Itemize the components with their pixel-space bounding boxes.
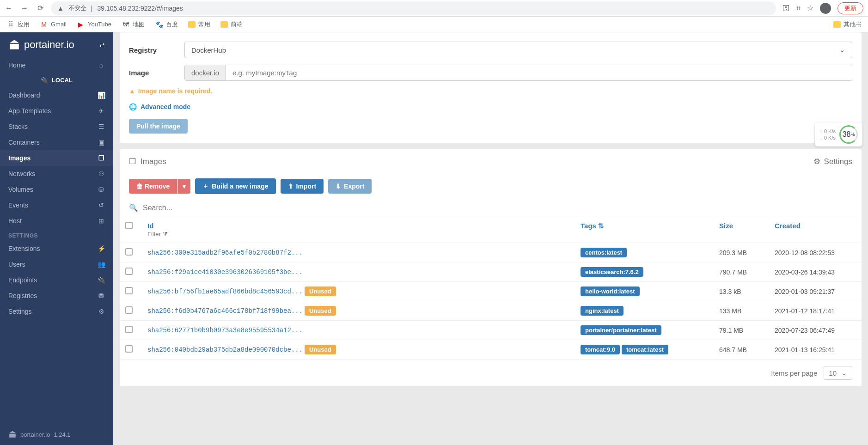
items-per-page-label: Items per page [771,369,817,377]
pull-image-button[interactable]: Pull the image [129,119,188,134]
tag-badge[interactable]: tomcat:latest [622,345,668,354]
sidebar-item-extensions[interactable]: Extensions⚡ [0,241,113,256]
tag-badge[interactable]: nginx:latest [581,306,623,316]
bookmark-apps[interactable]: ⠿应用 [6,20,30,29]
sidebar-item-dashboard[interactable]: Dashboard📊 [0,87,113,103]
select-all-checkbox[interactable] [125,222,133,229]
globe-icon: 🌐 [129,103,137,110]
reload-button[interactable]: ⟳ [36,4,44,12]
cpu-percent-circle: 38% [839,125,858,144]
sidebar-item-users[interactable]: Users👥 [0,256,113,272]
table-settings-button[interactable]: ⚙ Settings [813,157,852,166]
image-id-link[interactable]: sha256:040bdb29ab375db2a8de090070dcbe... [147,346,303,354]
upload-icon: ⬆ [288,183,293,190]
sidebar-footer: portainer.io 1.24.1 [0,424,113,445]
th-icon: ⊞ [98,217,105,225]
back-button[interactable]: ← [5,4,13,12]
column-size[interactable]: Size [714,217,769,243]
sidebar-item-networks[interactable]: Networks⚇ [0,166,113,182]
rocket-icon: ✈ [98,107,105,115]
translate-icon[interactable]: ⌗ [796,4,801,12]
list-icon: ☰ [98,123,105,130]
bookmark-maps[interactable]: 🗺地图 [122,20,145,29]
bookmark-youtube[interactable]: ▶YouTube [77,20,111,29]
image-prefix: docker.io [185,65,226,80]
image-label: Image [129,69,184,77]
unused-badge: Unused [305,306,336,316]
image-id-link[interactable]: sha256:300e315adb2f96afe5f0b2780b87f2... [147,249,303,256]
bookmark-other[interactable]: 其他书 [833,20,862,29]
image-id-link[interactable]: sha256:f6d0b4767a6c466c178bf718f99bea... [147,307,303,315]
gear-icon: ⚙ [813,157,820,166]
images-toolbar: 🗑 Remove ▾ ＋Build a new image ⬆Import ⬇E… [120,174,862,199]
remove-button[interactable]: 🗑 Remove [129,179,177,194]
tag-badge[interactable]: tomcat:9.0 [581,345,620,354]
key-icon[interactable]: ⚿ [782,4,790,12]
bookmark-baidu[interactable]: 🐾百度 [155,20,178,29]
row-checkbox[interactable] [125,345,133,353]
logo[interactable]: portainer.io [8,39,74,51]
bookmark-common[interactable]: 常用 [188,20,210,29]
column-id[interactable]: Id Filter ⧩ [142,217,575,243]
row-checkbox[interactable] [125,306,133,314]
import-button[interactable]: ⬆Import [281,179,324,194]
sidebar-item-stacks[interactable]: Stacks☰ [0,119,113,134]
image-created: 2020-12-08 08:22:53 [769,243,862,262]
history-icon: ↺ [98,201,105,209]
profile-avatar[interactable] [820,3,831,14]
tag-badge[interactable]: portainer/portainer:latest [581,325,661,335]
pull-image-panel: Registry DockerHub ⌄ Image docker.io [120,32,862,143]
images-table-panel: ❐ Images ⚙ Settings 🗑 Remove ▾ ＋Build a … [120,149,862,386]
sidebar-item-registries[interactable]: Registries⛃ [0,288,113,304]
image-created: 2020-01-03 09:21:37 [769,282,862,301]
tag-badge[interactable]: hello-world:latest [581,287,640,296]
update-button[interactable]: 更新 [837,2,863,14]
table-row: sha256:040bdb29ab375db2a8de090070dcbe...… [120,340,862,360]
bookmarks-bar: ⠿应用 MGmail ▶YouTube 🗺地图 🐾百度 常用 前端 其他书 [0,17,868,32]
build-new-image-button[interactable]: ＋Build a new image [195,178,275,194]
image-created: 2020-03-26 14:39:43 [769,262,862,282]
search-input[interactable] [143,204,852,212]
image-created: 2020-07-23 06:47:49 [769,321,862,340]
url-input[interactable]: ▲ 不安全 | 39.105.48.232:9222/#/images [51,1,776,15]
row-checkbox[interactable] [125,268,133,275]
sidebar-item-events[interactable]: Events↺ [0,197,113,213]
browser-address-bar: ← → ⟳ ▲ 不安全 | 39.105.48.232:9222/#/image… [0,0,868,17]
sidebar-item-volumes[interactable]: Volumes⛁ [0,182,113,197]
star-icon[interactable]: ☆ [807,4,813,12]
tag-badge[interactable]: centos:latest [581,248,627,257]
chevron-down-icon: ⌄ [841,369,847,377]
sidebar-item-home[interactable]: Home⌂ [0,57,113,73]
image-created: 2021-01-13 16:25:41 [769,340,862,360]
registry-label: Registry [129,46,184,54]
url-text: 39.105.48.232:9222/#/images [98,5,183,12]
image-id-link[interactable]: sha256:f29a1ee41030e3963026369105f3be... [147,268,303,276]
image-id-link[interactable]: sha256:bf756fb1ae65adf866bd8c456593cd... [147,288,303,295]
column-created[interactable]: Created [769,217,862,243]
row-checkbox[interactable] [125,248,133,256]
column-tags[interactable]: Tags ⇅ [575,217,714,243]
export-button[interactable]: ⬇Export [328,179,372,194]
bookmark-frontend[interactable]: 前端 [220,20,243,29]
filter-icon[interactable]: ⧩ [163,231,168,238]
sidebar-item-images[interactable]: Images❐ [0,150,113,166]
advanced-mode-link[interactable]: 🌐 Advanced mode [129,103,852,110]
sidebar-item-endpoints[interactable]: Endpoints🔌 [0,272,113,288]
row-checkbox[interactable] [125,287,133,294]
registry-select[interactable]: DockerHub ⌄ [184,42,852,58]
image-id-link[interactable]: sha256:62771b0b9b0973a3e8e95595534a12... [147,327,303,334]
tag-badge[interactable]: elasticsearch:7.6.2 [581,267,643,277]
sidebar-item-app-templates[interactable]: App Templates✈ [0,103,113,119]
forward-button[interactable]: → [20,4,29,12]
sidebar-item-settings[interactable]: Settings⚙ [0,304,113,319]
row-checkbox[interactable] [125,326,133,333]
sidebar-item-host[interactable]: Host⊞ [0,213,113,229]
sidebar-item-containers[interactable]: Containers▣ [0,134,113,150]
remove-dropdown-button[interactable]: ▾ [177,179,190,194]
bookmark-gmail[interactable]: MGmail [40,20,67,29]
warning-icon: ▲ [129,87,135,95]
image-input[interactable] [226,65,852,80]
collapse-icon[interactable]: ⇄ [99,41,105,49]
page-size-select[interactable]: 10 ⌄ [824,366,852,380]
plug-icon: 🔌 [98,276,105,284]
